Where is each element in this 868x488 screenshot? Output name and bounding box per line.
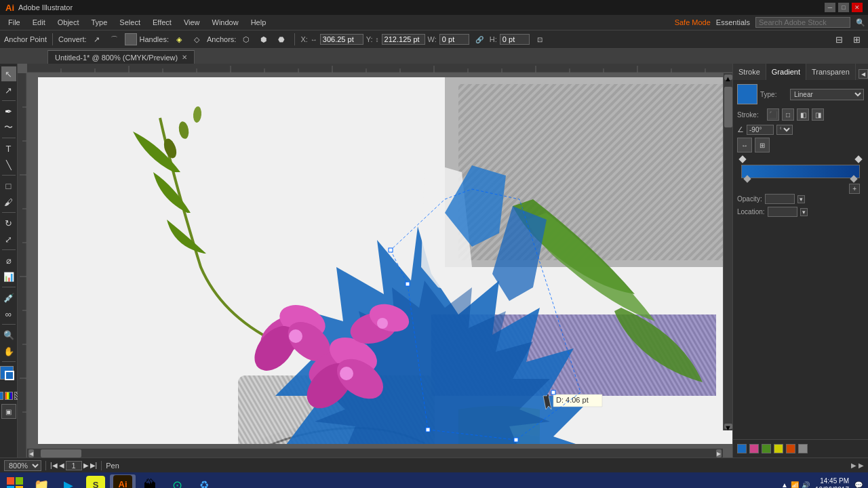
curvature-tool[interactable]: 〜 [1,120,16,135]
add-stop-btn[interactable]: + [849,184,860,194]
rotate-tool[interactable]: ↻ [1,216,16,230]
transform-btn[interactable]: ⊡ [532,32,547,47]
opacity-dropdown-btn[interactable]: ▾ [797,195,805,203]
line-tool[interactable]: ╲ [1,157,16,172]
x-coord-input[interactable]: 306.25 pt [320,34,363,45]
notifications-btn[interactable]: 💬 [852,481,865,488]
scroll-thumb-up[interactable]: ▲ [724,75,732,80]
h-scroll-thumb[interactable] [41,449,81,458]
selection-tool[interactable]: ↖ [1,66,16,81]
canvas-area[interactable]: D: 4.06 pt yoox ▲ ▼ ◀ ▶ [18,64,732,458]
menu-window[interactable]: Window [207,17,244,28]
draw-mode-btn[interactable]: ▣ [1,404,16,419]
gradient-preview-swatch[interactable] [737,84,757,104]
anchors-btn-3[interactable]: ⬣ [274,32,289,47]
scroll-thumb-down[interactable]: ▼ [724,424,732,429]
opacity-input[interactable] [765,194,795,204]
search-input[interactable] [755,17,850,28]
h-input[interactable] [500,34,530,45]
scroll-thumb[interactable] [724,87,732,127]
direct-selection-tool[interactable]: ↗ [1,83,16,98]
minimize-button[interactable]: ─ [825,3,835,12]
type-select[interactable]: Linear Radial [790,89,864,100]
prev-artboard-btn[interactable]: ◀ [59,462,64,469]
stroke-swatch[interactable] [5,371,14,380]
angle-unit-select[interactable]: ° [776,125,793,135]
stroke-btn-1[interactable]: ⬛ [767,108,779,121]
swatch-yellow[interactable] [774,444,783,453]
anchors-btn-2[interactable]: ⬢ [256,32,271,47]
stroke-btn-4[interactable]: ◨ [812,108,824,121]
menu-type[interactable]: Type [86,17,113,28]
taskbar-windows-photos[interactable]: 🏔 [137,474,163,489]
scale-tool[interactable]: ⤢ [1,232,16,247]
stroke-btn-2[interactable]: □ [782,108,794,121]
type-tool[interactable]: T [1,141,16,156]
menu-object[interactable]: Object [52,17,85,28]
taskbar-capture[interactable]: ⊙ [164,474,190,489]
taskbar-recycle[interactable]: ♻ [191,474,217,489]
menu-select[interactable]: Select [114,17,146,28]
taskbar-illustrator[interactable]: Ai [110,474,136,489]
rectangle-tool[interactable]: □ [1,178,16,193]
color-fill-small[interactable] [125,33,137,45]
pen-tool[interactable]: ✒ [1,104,16,119]
w-input[interactable] [439,34,469,45]
scroll-left-btn[interactable]: ◀ [28,449,34,458]
align-left-btn[interactable]: ⊟ [831,32,846,47]
gradient-stop-marker-left[interactable] [743,175,751,182]
menu-effect[interactable]: Effect [147,17,177,28]
menu-file[interactable]: File [3,17,26,28]
swatch-gray[interactable] [798,444,808,453]
paintbrush-tool[interactable]: 🖌 [1,195,16,209]
artboard-number-input[interactable] [66,461,82,470]
swatch-red[interactable] [786,444,795,453]
tab-close-button[interactable]: ✕ [182,54,187,61]
taskbar-explorer[interactable]: 📁 [28,474,54,489]
close-button[interactable]: ✕ [852,3,863,12]
scroll-right-btn[interactable]: ▶ [716,449,722,458]
stroke-tab[interactable]: Stroke [733,64,766,80]
zoom-tool[interactable]: 🔍 [1,327,16,342]
start-button[interactable] [3,474,27,489]
document-tab[interactable]: Untitled-1* @ 800% (CMYK/Preview) ✕ [47,50,195,64]
taskbar-media-player[interactable]: ▶ [56,474,81,489]
swatch-green[interactable] [762,444,771,453]
swatch-blue[interactable] [737,444,747,453]
color-btn[interactable] [0,392,3,400]
warp-tool[interactable]: ⌀ [1,253,16,268]
location-input[interactable] [768,207,797,217]
eyedropper-tool[interactable]: 💉 [1,290,16,305]
graph-tool[interactable]: 📊 [1,269,16,284]
hand-tool[interactable]: ✋ [1,344,16,359]
gradient-options-btn[interactable]: ⊞ [755,138,770,152]
gradient-tab[interactable]: Gradient [766,64,806,80]
gradient-stop-marker-right[interactable] [850,175,857,182]
convert-tool-2[interactable]: ⌒ [107,32,122,47]
handles-btn-1[interactable]: ◈ [172,32,186,47]
reverse-gradient-btn[interactable]: ↔ [737,138,752,152]
panel-collapse-btn[interactable]: ◀ [859,69,868,79]
last-artboard-btn[interactable]: ▶| [90,462,98,469]
align-right-btn[interactable]: ⊞ [849,32,864,47]
y-coord-input[interactable]: 212.125 pt [382,34,425,45]
workspace-selector[interactable]: Essentials [716,18,750,26]
first-artboard-btn[interactable]: |◀ [50,462,58,469]
link-dimensions-btn[interactable]: 🔗 [472,32,487,47]
stroke-btn-3[interactable]: ◧ [797,108,809,121]
maximize-button[interactable]: □ [838,3,849,12]
menu-help[interactable]: Help [245,17,272,28]
menu-view[interactable]: View [178,17,205,28]
convert-tool-1[interactable]: ↗ [90,32,104,47]
volume-icon[interactable]: 🔊 [802,481,810,488]
handles-btn-2[interactable]: ◇ [189,32,204,47]
next-artboard-btn[interactable]: ▶ [83,462,89,469]
location-dropdown-btn[interactable]: ▾ [800,208,808,216]
blend-tool[interactable]: ∞ [1,306,16,321]
angle-input[interactable] [747,125,774,135]
tray-arrow[interactable]: ▲ [781,481,788,488]
anchors-btn-1[interactable]: ⬡ [239,32,254,47]
vertical-scrollbar[interactable]: ▲ ▼ [723,73,732,430]
taskbar-snagit[interactable]: S [83,474,108,489]
gradient-stop-right[interactable] [854,155,862,163]
